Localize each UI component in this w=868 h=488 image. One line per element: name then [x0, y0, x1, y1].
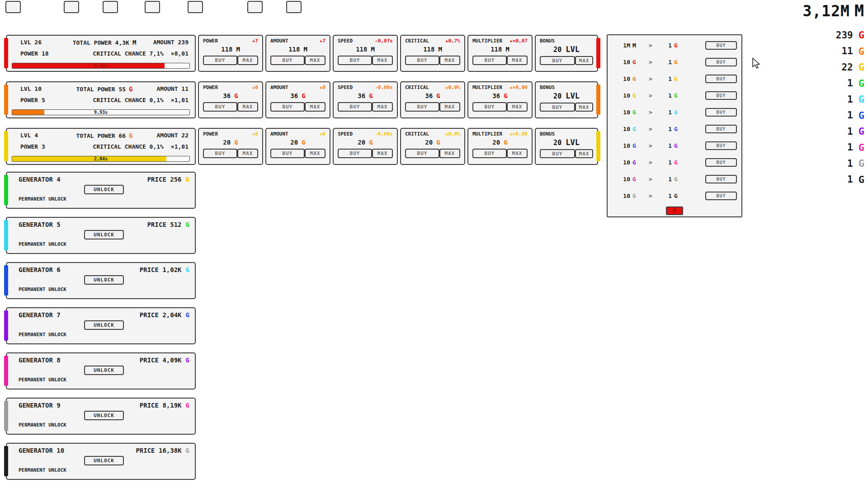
upgrade-max-button[interactable]: MAX	[305, 56, 326, 65]
upgrade-max-button[interactable]: MAX	[507, 102, 528, 112]
generator-unlock-card: GENERATOR 9 PRICE 8,19KG UNLOCK PERMANEN…	[6, 398, 196, 435]
topbar-button-goals[interactable]	[145, 1, 160, 13]
upgrade-buy-button[interactable]: BUY	[203, 56, 237, 65]
currency-glyph: G	[859, 126, 864, 137]
topbar-button-help[interactable]	[286, 1, 302, 13]
upgrade-name: AMOUNT	[270, 38, 288, 44]
generator-amount: AMOUNT 22	[157, 132, 189, 139]
unlock-button[interactable]: UNLOCK	[84, 411, 124, 420]
convert-from-amount: 10	[610, 159, 630, 166]
upgrade-max-button[interactable]: MAX	[237, 56, 258, 65]
upgrade-max-button[interactable]: MAX	[439, 149, 460, 158]
upgrade-card: SPEED -0,07s 118M BUY MAX	[333, 35, 398, 72]
unlock-button[interactable]: UNLOCK	[84, 320, 124, 330]
convert-buy-button[interactable]: BUY	[705, 192, 737, 200]
bonus-buy-button[interactable]: BUY	[540, 103, 575, 112]
convert-buy-button[interactable]: BUY	[705, 91, 737, 100]
topbar-button-menu[interactable]	[5, 1, 21, 13]
upgrade-buy-button[interactable]: BUY	[270, 102, 305, 112]
unlock-button[interactable]: UNLOCK	[84, 456, 124, 465]
upgrade-max-button[interactable]: MAX	[372, 149, 393, 158]
convert-buy-button[interactable]: BUY	[705, 41, 737, 50]
convert-to-amount: 1	[660, 59, 672, 66]
generator-unlock-card: GENERATOR 10 PRICE 16,38KG UNLOCK PERMAN…	[6, 443, 196, 480]
upgrade-name: CRITICAL	[405, 38, 429, 44]
upgrade-increment: +0	[252, 131, 258, 137]
convert-arrow-icon: >	[641, 126, 660, 132]
upgrade-buy-button[interactable]: BUY	[338, 149, 372, 158]
convert-buy-button[interactable]: BUY	[705, 175, 737, 183]
convert-to-amount: 1	[660, 109, 672, 116]
topbar-button-global[interactable]	[188, 1, 203, 13]
convert-to-amount: 1	[660, 159, 672, 166]
permanent-unlock-note: PERMANENT UNLOCK	[19, 377, 189, 383]
generator-power: POWER 18	[20, 50, 49, 57]
bonus-label: BONUS	[540, 131, 593, 137]
unlock-generator-name: GENERATOR 10	[19, 447, 64, 454]
convert-buy-button[interactable]: BUY	[705, 141, 737, 150]
unlock-price: PRICE 4,09KG	[140, 357, 189, 364]
upgrade-max-button[interactable]: MAX	[372, 102, 393, 112]
bonus-max-button[interactable]: MAX	[575, 103, 593, 112]
convert-buy-button[interactable]: BUY	[705, 75, 737, 83]
upgrade-buy-button[interactable]: BUY	[203, 149, 237, 158]
convert-rows: 1M M > 1 G BUY 10 G > 1 G BUY 10 G > 1 G…	[610, 37, 739, 204]
convert-buy-button[interactable]: BUY	[705, 125, 737, 133]
bonus-buy-button[interactable]: BUY	[540, 149, 575, 158]
upgrade-increment: +0,7%	[445, 38, 460, 44]
upgrade-max-button[interactable]: MAX	[237, 102, 258, 112]
generator-progress-time: 9,93s	[12, 110, 189, 115]
topbar-button-stats[interactable]	[64, 1, 79, 13]
upgrade-buy-button[interactable]: BUY	[405, 149, 439, 158]
upgrade-card: CRITICAL +0,0% 36G BUY MAX	[400, 81, 465, 118]
unlock-button[interactable]: UNLOCK	[84, 230, 124, 239]
upgrade-buy-button[interactable]: BUY	[338, 56, 372, 65]
upgrade-buy-button[interactable]: BUY	[270, 149, 305, 158]
wallet-currency-amount: 1	[847, 110, 853, 121]
upgrade-max-button[interactable]: MAX	[237, 149, 258, 158]
upgrade-buy-button[interactable]: BUY	[338, 102, 372, 112]
topbar-button-rank[interactable]	[247, 1, 263, 13]
convert-buy-button[interactable]: BUY	[705, 58, 737, 66]
bonus-label: BONUS	[540, 84, 593, 90]
upgrade-buy-button[interactable]: BUY	[203, 102, 237, 112]
bonus-buy-button[interactable]: BUY	[540, 56, 575, 65]
upgrade-max-button[interactable]: MAX	[305, 149, 326, 158]
generator-rows: LVL 26 TOTAL POWER 4,3KM AMOUNT 239 POWE…	[6, 35, 598, 174]
upgrade-max-button[interactable]: MAX	[305, 102, 326, 112]
upgrade-increment: +0,0%	[445, 84, 460, 90]
upgrade-buy-button[interactable]: BUY	[405, 102, 439, 112]
bonus-max-button[interactable]: MAX	[575, 56, 593, 65]
upgrade-buy-button[interactable]: BUY	[472, 149, 507, 158]
upgrade-max-button[interactable]: MAX	[439, 56, 460, 65]
unlock-button[interactable]: UNLOCK	[84, 275, 124, 285]
upgrade-max-button[interactable]: MAX	[439, 102, 460, 112]
generator-color-stripe	[4, 265, 8, 296]
close-button[interactable]: X	[666, 206, 683, 215]
generator-unlock-card: GENERATOR 8 PRICE 4,09KG UNLOCK PERMANEN…	[6, 352, 196, 389]
unlock-generator-name: GENERATOR 5	[19, 221, 61, 228]
unlock-button[interactable]: UNLOCK	[84, 366, 124, 375]
upgrade-cards: POWER +7 118M BUY MAX AMOUNT +7 118M BUY…	[198, 35, 533, 72]
generator-critical-multiplier: ×1,01	[171, 143, 189, 150]
wallet-currency-row: 1 G	[836, 172, 864, 188]
convert-row: 10 G > 1 G BUY	[610, 104, 739, 121]
upgrade-max-button[interactable]: MAX	[507, 56, 528, 65]
wallet-currency-row: 1 G	[836, 91, 864, 108]
convert-buy-button[interactable]: BUY	[705, 108, 737, 117]
upgrade-name: POWER	[203, 84, 218, 90]
upgrade-buy-button[interactable]: BUY	[270, 56, 305, 65]
upgrade-buy-button[interactable]: BUY	[405, 56, 439, 65]
upgrade-max-button[interactable]: MAX	[372, 56, 393, 65]
convert-buy-button[interactable]: BUY	[705, 158, 737, 167]
bonus-max-button[interactable]: MAX	[575, 149, 593, 158]
upgrade-buy-button[interactable]: BUY	[472, 56, 507, 65]
currency-glyph: G	[630, 126, 641, 132]
wallet-currency-amount: 1	[847, 174, 853, 185]
wallet-currency-amount: 1	[847, 126, 853, 137]
upgrade-max-button[interactable]: MAX	[507, 149, 528, 158]
topbar-button-convert[interactable]	[103, 1, 118, 13]
unlock-button[interactable]: UNLOCK	[84, 185, 124, 194]
upgrade-cost: 36G	[338, 92, 393, 99]
upgrade-buy-button[interactable]: BUY	[472, 102, 507, 112]
